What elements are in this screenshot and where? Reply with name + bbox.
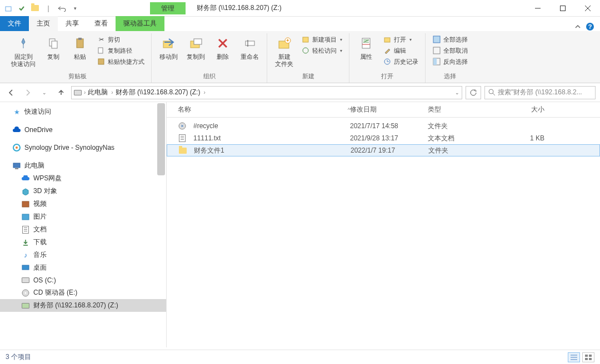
recent-dropdown[interactable]: ⌄ <box>38 86 51 99</box>
paste-shortcut-button[interactable]: 粘贴快捷方式 <box>94 57 147 67</box>
select-all-button[interactable]: 全部选择 <box>430 34 470 44</box>
qat-folder-icon[interactable] <box>30 3 40 13</box>
nav-cd-e[interactable]: CD 驱动器 (E:) <box>0 286 166 299</box>
nav-pictures[interactable]: 图片 <box>0 210 166 223</box>
qat-icon-2[interactable] <box>17 3 27 13</box>
cd-icon <box>21 289 30 297</box>
nav-documents[interactable]: 文档 <box>0 223 166 236</box>
svg-rect-49 <box>589 355 592 357</box>
properties-button[interactable]: 属性 <box>354 33 378 62</box>
item-count: 3 个项目 <box>6 352 31 362</box>
group-select: 全部选择 全部取消 反向选择 选择 <box>426 33 474 83</box>
nav-quick-access[interactable]: ★快速访问 <box>0 105 166 118</box>
refresh-button[interactable] <box>466 86 481 99</box>
help-icon[interactable]: ? <box>586 22 594 31</box>
group-open: 属性 打开▾ 编辑 历史记录 打开 <box>349 33 426 83</box>
nav-desktop[interactable]: 桌面 <box>0 261 166 274</box>
nav-3d-objects[interactable]: 3D 对象 <box>0 185 166 198</box>
delete-button[interactable]: 删除 <box>211 33 235 62</box>
address-bar[interactable]: › 此电脑› 财务部 (\\192.168.8.207) (Z:)› ⌄ <box>71 86 462 99</box>
new-folder-button[interactable]: ✦ 新建 文件夹 <box>272 33 297 69</box>
close-button[interactable] <box>575 0 600 17</box>
col-type[interactable]: 类型 <box>428 105 506 114</box>
search-input[interactable]: 搜索"财务部 (\\192.168.8.2... <box>484 86 596 99</box>
scissors-icon: ✂ <box>97 35 106 44</box>
main-area: ★快速访问 OneDrive Synology Drive - Synology… <box>0 102 600 347</box>
file-type: 文本文档 <box>428 134 506 143</box>
nav-this-pc[interactable]: 此电脑 <box>0 159 166 172</box>
nav-net-z[interactable]: 财务部 (\\192.168.8.207) (Z:) <box>0 299 166 312</box>
view-details-button[interactable] <box>568 352 580 362</box>
invert-selection-button[interactable]: 反向选择 <box>430 57 470 67</box>
tab-view[interactable]: 查看 <box>87 16 116 31</box>
table-row[interactable]: 11111.txt2021/9/28 13:17文本文档1 KB <box>167 132 600 144</box>
desktop-icon <box>21 264 30 272</box>
nav-music[interactable]: ♪音乐 <box>0 249 166 261</box>
back-button[interactable] <box>4 86 18 99</box>
crumb-location[interactable]: 财务部 (\\192.168.8.207) (Z:)› <box>116 88 206 97</box>
easy-access-button[interactable]: 轻松访问▾ <box>299 46 344 55</box>
netdrive-icon <box>21 301 30 310</box>
svg-point-24 <box>303 48 308 53</box>
ribbon-tabs: 文件 主页 共享 查看 驱动器工具 ? <box>0 17 600 31</box>
copy-to-button[interactable]: 复制到 <box>183 33 208 62</box>
tab-home[interactable]: 主页 <box>29 16 58 31</box>
qat-dropdown-icon[interactable]: ▾ <box>70 3 80 13</box>
col-name[interactable]: 名称^ <box>178 105 350 114</box>
table-row[interactable]: 财务文件12022/1/7 19:17文件夹 <box>167 144 600 156</box>
tab-share[interactable]: 共享 <box>58 16 87 31</box>
nav-os-c[interactable]: OS (C:) <box>0 274 166 286</box>
crumb-thispc[interactable]: 此电脑› <box>88 88 113 97</box>
col-date[interactable]: 修改日期 <box>350 105 428 114</box>
file-icon <box>178 134 187 143</box>
qat-icon-1[interactable] <box>3 3 13 13</box>
svg-rect-0 <box>6 7 11 11</box>
tab-drive-tools[interactable]: 驱动器工具 <box>116 16 164 31</box>
minimize-button[interactable] <box>525 0 550 17</box>
addr-dropdown-icon[interactable]: ⌄ <box>455 90 459 95</box>
open-icon <box>383 35 392 44</box>
status-bar: 3 个项目 <box>0 350 600 364</box>
open-button[interactable]: 打开▾ <box>381 34 421 44</box>
easyaccess-icon <box>301 46 310 55</box>
table-row[interactable]: #recycle2021/7/17 14:58文件夹 <box>167 120 600 132</box>
qat-undo-icon[interactable] <box>57 3 67 13</box>
context-tab-manage[interactable]: 管理 <box>150 2 186 14</box>
ribbon-collapse-icon[interactable] <box>574 23 581 30</box>
cut-button[interactable]: ✂剪切 <box>94 34 147 44</box>
copy-button[interactable]: 复制 <box>41 33 66 62</box>
file-type: 文件夹 <box>428 146 506 155</box>
select-none-button[interactable]: 全部取消 <box>430 46 470 55</box>
tab-file[interactable]: 文件 <box>0 16 29 31</box>
nav-onedrive[interactable]: OneDrive <box>0 124 166 136</box>
nav-downloads[interactable]: 下载 <box>0 236 166 249</box>
svg-rect-51 <box>589 358 592 360</box>
nav-videos[interactable]: 视频 <box>0 198 166 210</box>
maximize-button[interactable] <box>550 0 575 17</box>
svg-rect-40 <box>22 214 29 220</box>
pin-to-quickaccess-button[interactable]: 固定到 快速访问 <box>8 33 39 69</box>
svg-rect-37 <box>13 163 20 168</box>
paste-button[interactable]: 粘贴 <box>68 33 92 62</box>
rename-icon <box>241 34 259 52</box>
rename-button[interactable]: 重命名 <box>237 33 262 62</box>
nav-wps[interactable]: WPS网盘 <box>0 172 166 185</box>
copyto-icon <box>187 34 205 52</box>
up-button[interactable] <box>54 86 68 99</box>
nav-synology[interactable]: Synology Drive - SynologyNas <box>0 141 166 154</box>
synology-icon <box>12 143 21 152</box>
drive-c-icon <box>21 276 30 285</box>
titlebar: | ▾ 管理 财务部 (\\192.168.8.207) (Z:) <box>0 0 600 17</box>
new-item-button[interactable]: 新建项目▾ <box>299 34 344 44</box>
group-clipboard-label: 剪贴板 <box>68 71 87 83</box>
nav-scrollbar[interactable] <box>157 103 165 175</box>
copy-path-button[interactable]: 复制路径 <box>94 46 147 55</box>
svg-rect-12 <box>98 59 104 64</box>
view-large-icons-button[interactable] <box>582 352 594 362</box>
newfolder-icon: ✦ <box>276 34 293 52</box>
move-to-button[interactable]: 移动到 <box>156 33 181 62</box>
history-button[interactable]: 历史记录 <box>381 57 421 67</box>
edit-button[interactable]: 编辑 <box>381 46 421 55</box>
col-size[interactable]: 大小 <box>506 105 550 114</box>
forward-button[interactable] <box>21 86 34 99</box>
